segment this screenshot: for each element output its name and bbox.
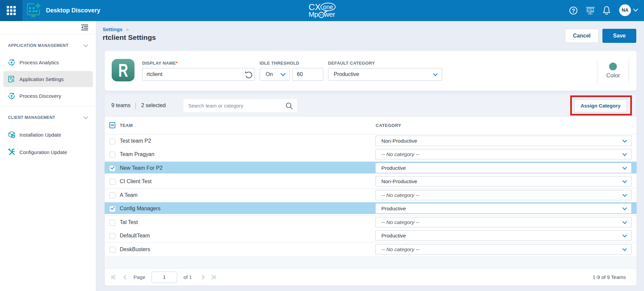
svg-text:wer: wer [324,10,335,18]
svg-text:Mp: Mp [309,10,318,18]
svg-text:one: one [323,4,333,10]
svg-text:?: ? [572,8,575,14]
